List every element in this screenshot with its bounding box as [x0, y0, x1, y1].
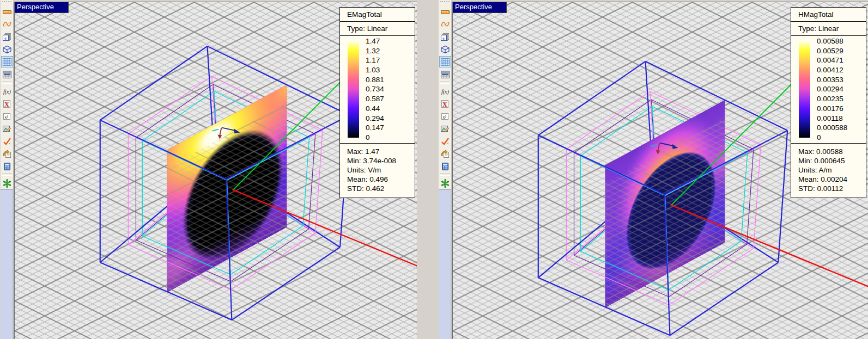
image-edit-icon[interactable] — [1, 123, 13, 134]
lg-tick: 1.17 — [366, 57, 384, 64]
viewport-3d[interactable]: Perspective EMagTotal Type: Linear 1.471… — [14, 2, 417, 339]
legend-type: Type: Linear — [791, 22, 866, 36]
copy-pages-icon[interactable]: e — [439, 31, 451, 42]
report-arrow-icon[interactable] — [1, 148, 13, 159]
ruler-icon[interactable] — [1, 6, 13, 17]
lg-tick: 0.587 — [366, 95, 384, 103]
toolbar-separator — [2, 82, 12, 84]
lg-tick: 0.00353 — [817, 76, 847, 84]
lg-stat: Mean: 0.00204 — [798, 175, 864, 184]
lg-tick: 1.47 — [366, 38, 384, 45]
lg-stat: Units: V/m — [347, 165, 412, 175]
report-arrow-icon[interactable] — [439, 148, 451, 159]
toolbar: ef(x)Xx² — [1, 0, 14, 339]
lg-tick: 0.00471 — [817, 57, 847, 64]
legend-colorbar-section: 0.005880.005290.004710.004120.003530.002… — [791, 36, 866, 144]
wireframe-cube-icon[interactable] — [1, 44, 13, 55]
svg-text:X: X — [442, 101, 447, 108]
svg-text:x²: x² — [442, 114, 446, 119]
svg-text:e: e — [4, 35, 7, 40]
lg-tick: 0.00176 — [817, 105, 847, 113]
legend-title: HMagTotal — [791, 8, 866, 22]
toolbar: ef(x)Xx² — [439, 0, 452, 339]
legend-stats: Max: 0.00588Min: 0.000645Units: A/mMean:… — [791, 144, 866, 198]
viewport-3d[interactable]: Perspective HMagTotal Type: Linear 0.005… — [452, 2, 868, 339]
legend-colorbar-section: 1.471.321.171.030.8810.7340.5870.440.294… — [340, 36, 415, 144]
calculator-icon[interactable] — [439, 161, 451, 172]
mesh-rows-icon[interactable] — [1, 69, 13, 80]
viewport-title: Perspective — [15, 2, 69, 13]
colorbar-tick-labels: 1.471.321.171.030.8810.7340.5870.440.294… — [366, 38, 384, 141]
svg-text:f(x): f(x) — [441, 89, 450, 95]
lg-stat: STD: 0.462 — [347, 184, 412, 193]
colorbar-tick-labels: 0.005880.005290.004710.004120.003530.002… — [817, 38, 847, 141]
lg-stat: Min: 0.000645 — [798, 156, 864, 165]
lg-tick: 0.00294 — [817, 85, 847, 93]
lg-stat: Max: 1.47 — [347, 147, 412, 156]
calculator-icon[interactable] — [1, 161, 13, 172]
pane-hmagtotal: ef(x)Xx² Perspective HMagTotal Type: Lin… — [438, 0, 868, 339]
function-fx-icon[interactable]: f(x) — [439, 85, 451, 97]
svg-text:x²: x² — [4, 114, 8, 119]
sine-plot-icon[interactable] — [1, 19, 13, 30]
mesh-rows-icon[interactable] — [439, 69, 451, 80]
lg-tick: 0.881 — [366, 76, 384, 84]
lg-tick: 0.147 — [366, 124, 384, 132]
lg-tick: 0.00235 — [817, 95, 847, 103]
colorbar — [799, 41, 810, 138]
wireframe-cube-icon[interactable] — [439, 44, 451, 55]
svg-text:e: e — [442, 35, 445, 40]
lg-tick: 0 — [366, 134, 384, 141]
x-squared-icon[interactable]: x² — [1, 110, 13, 122]
lg-tick: 1.32 — [366, 47, 384, 55]
toolbar-grip-handle[interactable] — [440, 1, 450, 4]
lg-tick: 0 — [817, 134, 847, 141]
lg-tick: 0.294 — [366, 115, 384, 122]
lg-tick: 0.00529 — [817, 47, 847, 55]
toolbar-grip-handle[interactable] — [2, 1, 11, 4]
lg-stat: STD: 0.00112 — [798, 184, 864, 193]
legend-stats: Max: 1.47Min: 3.74e-008Units: V/mMean: 0… — [340, 144, 415, 198]
svg-text:X: X — [4, 101, 9, 108]
validate-check-icon[interactable] — [439, 135, 451, 147]
sine-plot-icon[interactable] — [439, 19, 451, 30]
excel-export-icon[interactable]: X — [1, 98, 13, 109]
toolbar-separator — [2, 174, 12, 176]
field-legend: HMagTotal Type: Linear 0.005880.005290.0… — [791, 7, 866, 198]
lg-stat: Units: A/m — [798, 165, 864, 175]
new-star-icon[interactable] — [439, 177, 451, 189]
toolbar-separator — [440, 174, 450, 176]
pane-emagtotal: ef(x)Xx² Perspective EMagTotal Type: Lin… — [0, 0, 417, 339]
toolbar-lower-panel — [439, 189, 451, 339]
image-edit-icon[interactable] — [439, 123, 451, 134]
mesh-grid-icon[interactable] — [1, 56, 13, 67]
toolbar-separator — [440, 82, 450, 84]
ruler-icon[interactable] — [439, 6, 451, 17]
new-star-icon[interactable] — [1, 177, 13, 189]
lg-tick: 0.00588 — [817, 38, 847, 45]
lg-tick: 1.03 — [366, 66, 384, 74]
legend-type: Type: Linear — [340, 22, 415, 36]
validate-check-icon[interactable] — [1, 135, 13, 147]
copy-pages-icon[interactable]: e — [1, 31, 13, 42]
lg-tick: 0.44 — [366, 105, 384, 113]
lg-stat: Max: 0.00588 — [798, 147, 864, 156]
lg-stat: Min: 3.74e-008 — [347, 156, 412, 165]
colorbar — [348, 41, 359, 138]
window-gap — [417, 0, 438, 339]
excel-export-icon[interactable]: X — [439, 98, 451, 109]
toolbar-lower-panel — [1, 189, 13, 339]
field-legend: EMagTotal Type: Linear 1.471.321.171.030… — [339, 7, 415, 198]
lg-tick: 0.734 — [366, 85, 384, 93]
lg-stat: Mean: 0.496 — [347, 175, 412, 184]
svg-text:f(x): f(x) — [3, 89, 11, 95]
lg-tick: 0.000588 — [817, 124, 847, 132]
legend-title: EMagTotal — [340, 8, 415, 22]
function-fx-icon[interactable]: f(x) — [1, 85, 13, 97]
lg-tick: 0.00118 — [817, 115, 847, 122]
mesh-grid-icon[interactable] — [439, 56, 451, 67]
x-squared-icon[interactable]: x² — [439, 110, 451, 122]
viewport-title: Perspective — [453, 2, 507, 13]
lg-tick: 0.00412 — [817, 66, 847, 74]
